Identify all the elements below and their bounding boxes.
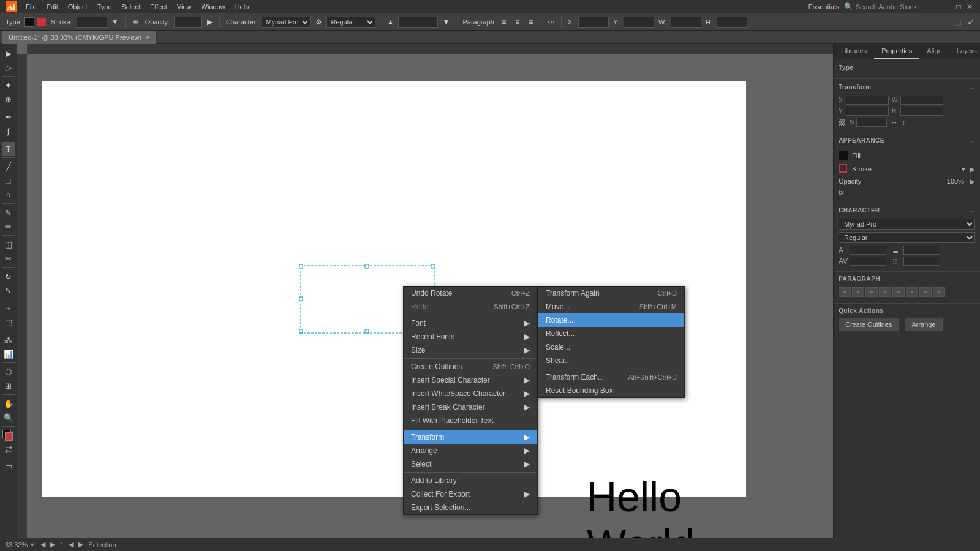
para-align-center[interactable]: ≡	[852, 287, 864, 297]
stroke-input[interactable]	[77, 17, 107, 28]
tab-close-btn[interactable]: ✕	[145, 34, 150, 40]
sub-scale[interactable]: Scale...	[538, 340, 684, 354]
y-input[interactable]: 0 px	[624, 17, 654, 28]
transform-y-input[interactable]	[846, 107, 889, 116]
menu-file[interactable]: File	[21, 2, 42, 12]
free-transform-tool[interactable]: ⬚	[2, 315, 15, 329]
ctx-undo-rotate[interactable]: Undo Rotate Ctrl+Z	[404, 287, 537, 300]
ctx-create-outlines[interactable]: Create Outlines Shift+Ctrl+O	[404, 360, 537, 373]
fill-color-swatch[interactable]	[24, 17, 34, 27]
direct-selection-tool[interactable]: ▷	[2, 61, 15, 74]
char-leading-input[interactable]	[903, 246, 940, 255]
font-size-down[interactable]: ▼	[440, 17, 451, 28]
para-align-left[interactable]: ≡	[839, 287, 851, 297]
paintbrush-tool[interactable]: ✎	[2, 206, 15, 219]
ctx-arrange[interactable]: Arrange ▶	[404, 444, 537, 457]
maximize-btn[interactable]: □	[953, 1, 964, 12]
stroke-arrow[interactable]: ▼	[110, 17, 121, 28]
opacity-expand[interactable]: ▶	[970, 178, 975, 185]
flip-v-btn[interactable]: ↕	[902, 118, 905, 127]
x-input[interactable]: 0 px	[578, 17, 609, 28]
char-tracking-input[interactable]: 0	[903, 257, 940, 266]
magic-wand-tool[interactable]: ✦	[2, 78, 15, 92]
eraser-tool[interactable]: ◫	[2, 238, 15, 251]
document-tab[interactable]: Untitled-1* @ 33.33% (CMYK/GPU Preview) …	[2, 31, 157, 44]
tab-properties[interactable]: Properties	[874, 44, 919, 59]
pen-tool[interactable]: ✒	[2, 110, 15, 124]
zoom-dropdown-arrow[interactable]: ▼	[29, 541, 36, 549]
warp-tool[interactable]: ⌁	[2, 301, 15, 315]
send-to-back[interactable]: ↙	[965, 17, 976, 28]
w-input[interactable]: 0 px	[671, 17, 701, 28]
para-align-justify[interactable]: ≡	[879, 287, 891, 297]
fill-color-box[interactable]	[839, 151, 848, 160]
transform-h-input[interactable]	[900, 107, 943, 116]
para-align-justify-last-center[interactable]: ≡	[906, 287, 918, 297]
h-input[interactable]: 0 px	[717, 17, 747, 28]
create-outlines-btn[interactable]: Create Outlines	[839, 318, 899, 331]
slice-tool[interactable]: ⊞	[2, 379, 15, 392]
graph-tool[interactable]: 📊	[2, 347, 15, 361]
menu-type[interactable]: Type	[92, 2, 117, 12]
artboard-tool[interactable]: ⬡	[2, 365, 15, 378]
align-left[interactable]: ≡	[499, 17, 510, 28]
curvature-tool[interactable]: ∫	[2, 124, 15, 138]
link-proportions-icon[interactable]: ⛓	[839, 118, 846, 127]
font-size-input[interactable]: 146.83 pt	[398, 17, 438, 28]
sub-reset-bounding-box[interactable]: Reset Bounding Box	[538, 384, 684, 397]
para-align-justify-last-left[interactable]: ≡	[892, 287, 905, 297]
tab-libraries[interactable]: Libraries	[834, 44, 874, 59]
para-align-right[interactable]: ≡	[865, 287, 878, 297]
stroke-expand[interactable]: ▼	[960, 166, 967, 173]
rotation-input[interactable]	[856, 118, 887, 127]
appearance-more[interactable]: ···	[970, 138, 975, 145]
hand-tool[interactable]: ✋	[2, 397, 15, 410]
paragraph-more[interactable]: ···	[970, 277, 975, 283]
ctx-font[interactable]: Font ▶	[404, 317, 537, 330]
search-stock-btn[interactable]: 🔍 Search Adobe Stock	[844, 1, 942, 12]
opacity-arrow[interactable]: ▶	[204, 17, 215, 28]
para-align-justify-all[interactable]: ≡	[933, 287, 945, 297]
ctx-export-selection[interactable]: Export Selection...	[404, 501, 537, 514]
transform-w-input[interactable]	[900, 96, 943, 105]
transform-more[interactable]: ···	[970, 85, 975, 92]
char-kern-input[interactable]: Auto	[850, 257, 886, 266]
nav-prev[interactable]: ◀	[40, 541, 45, 549]
selection-tool[interactable]: ▶	[2, 47, 15, 60]
menu-view[interactable]: View	[172, 2, 197, 12]
character-more[interactable]: ···	[970, 208, 975, 215]
scissors-tool[interactable]: ✂	[2, 252, 15, 265]
sub-move[interactable]: Move... Shift+Ctrl+M	[538, 300, 684, 313]
scale-tool[interactable]: ⤡	[2, 283, 15, 297]
ctx-fill-placeholder[interactable]: Fill With Placeholder Text	[404, 414, 537, 427]
opacity-input[interactable]: 100%	[174, 17, 202, 28]
align-center[interactable]: ≡	[512, 17, 523, 28]
fill-stroke-swatches[interactable]	[2, 430, 15, 442]
line-tool[interactable]: ╱	[2, 160, 15, 173]
sub-shear[interactable]: Shear...	[538, 354, 684, 367]
stroke-more[interactable]: ▶	[970, 166, 975, 173]
tab-align[interactable]: Align	[919, 44, 949, 59]
ctx-insert-whitespace[interactable]: Insert WhiteSpace Character ▶	[404, 387, 537, 400]
close-btn[interactable]: ✕	[964, 1, 975, 12]
ctx-collect-export[interactable]: Collect For Export ▶	[404, 487, 537, 501]
ellipse-tool[interactable]: ○	[2, 188, 15, 201]
ctx-insert-special-char[interactable]: Insert Special Character ▶	[404, 373, 537, 387]
char-size-input[interactable]: 146.83 pt	[850, 246, 886, 255]
align-right[interactable]: ≡	[526, 17, 537, 28]
menu-select[interactable]: Select	[116, 2, 145, 12]
ctx-select[interactable]: Select ▶	[404, 457, 537, 471]
char-style-dropdown[interactable]: Regular	[839, 232, 975, 243]
transform-x-input[interactable]	[846, 96, 889, 105]
canvas-area[interactable]: Hello World Undo Rotate Ctrl+Z Redo Shif…	[17, 44, 833, 538]
font-style-dropdown[interactable]: Regular	[326, 17, 375, 28]
tab-layers[interactable]: Layers	[949, 44, 980, 59]
minimize-btn[interactable]: ─	[942, 1, 953, 12]
pencil-tool[interactable]: ✏	[2, 220, 15, 233]
more-options[interactable]: ⋯	[546, 17, 557, 28]
stroke-color-icon[interactable]	[839, 164, 848, 174]
sub-transform-each[interactable]: Transform Each... Alt+Shift+Ctrl+D	[538, 370, 684, 384]
stroke-color-swatch[interactable]	[37, 17, 47, 27]
sub-transform-again[interactable]: Transform Again Ctrl+D	[538, 287, 684, 300]
sub-reflect[interactable]: Reflect...	[538, 327, 684, 340]
